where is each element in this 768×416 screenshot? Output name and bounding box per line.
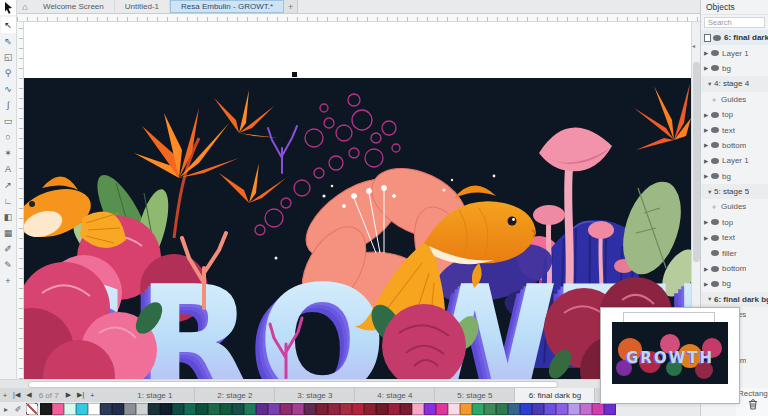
visibility-eye-icon[interactable]: [711, 65, 719, 71]
polygon-tool[interactable]: ✶: [1, 145, 16, 161]
palette-flyout-icon[interactable]: ▸: [0, 405, 12, 414]
collapse-arrow-icon[interactable]: ▼: [707, 189, 714, 195]
rectangle-tool[interactable]: ▭: [1, 113, 16, 129]
no-color-swatch[interactable]: [26, 403, 38, 415]
expand-arrow-icon[interactable]: ▶: [704, 65, 711, 71]
horizontal-scrollbar[interactable]: [0, 379, 700, 388]
zoom-tool[interactable]: ⚲: [1, 65, 16, 81]
visibility-eye-icon[interactable]: [711, 50, 719, 56]
new-document-tab-button[interactable]: +: [284, 0, 298, 13]
color-swatch-24[interactable]: [316, 403, 328, 415]
expand-arrow-icon[interactable]: ▶: [704, 158, 711, 164]
home-icon[interactable]: ⌂: [17, 0, 33, 13]
color-swatch-18[interactable]: [244, 403, 256, 415]
objects-row-layer-1[interactable]: ▶Layer 1: [701, 153, 768, 168]
color-swatch-28[interactable]: [364, 403, 376, 415]
objects-row-text[interactable]: ▶text: [701, 122, 768, 137]
active-page-row[interactable]: 6: final dark: [701, 30, 768, 45]
color-swatch-34[interactable]: [436, 403, 448, 415]
color-swatch-37[interactable]: [472, 403, 484, 415]
visibility-eye-icon[interactable]: [711, 250, 719, 256]
color-swatch-40[interactable]: [508, 403, 520, 415]
color-swatch-8[interactable]: [124, 403, 136, 415]
objects-search-input[interactable]: Search: [704, 17, 765, 28]
color-swatch-41[interactable]: [520, 403, 532, 415]
color-swatch-21[interactable]: [280, 403, 292, 415]
color-swatch-26[interactable]: [340, 403, 352, 415]
visibility-eye-icon[interactable]: [711, 281, 719, 287]
next-page-button[interactable]: ▶: [63, 388, 74, 402]
page-tab-6[interactable]: 6: final dark bg: [515, 388, 595, 402]
page-tab-2[interactable]: 2: stage 2: [195, 388, 275, 402]
expand-arrow-icon[interactable]: ▶: [704, 127, 711, 133]
color-swatch-20[interactable]: [268, 403, 280, 415]
color-swatch-47[interactable]: [592, 403, 604, 415]
objects-row-4-stage-4[interactable]: ▼4: stage 4: [701, 76, 768, 91]
color-swatch-48[interactable]: [604, 403, 616, 415]
docker-collapse-icon[interactable]: ◂: [692, 42, 695, 49]
objects-row-bottom[interactable]: ▶bottom: [701, 261, 768, 276]
color-swatch-16[interactable]: [220, 403, 232, 415]
color-swatch-38[interactable]: [484, 403, 496, 415]
collapse-arrow-icon[interactable]: ▼: [707, 81, 714, 87]
color-swatch-22[interactable]: [292, 403, 304, 415]
prev-page-button[interactable]: ◀: [23, 388, 34, 402]
visibility-eye-icon[interactable]: [711, 219, 719, 225]
color-swatch-39[interactable]: [496, 403, 508, 415]
eyedropper-tool[interactable]: ✐: [1, 241, 16, 257]
objects-row-top[interactable]: ▶top: [701, 215, 768, 230]
vertical-scrollbar-thumb[interactable]: [693, 62, 700, 262]
color-swatch-29[interactable]: [376, 403, 388, 415]
page-tab-1[interactable]: 1: stage 1: [115, 388, 195, 402]
connector-tool[interactable]: ∟: [1, 193, 16, 209]
horizontal-ruler[interactable]: [17, 14, 700, 22]
color-swatch-46[interactable]: [580, 403, 592, 415]
palette-eyedropper-icon[interactable]: ✐: [12, 405, 24, 414]
add-page-left-button[interactable]: +: [0, 388, 10, 402]
color-swatch-35[interactable]: [448, 403, 460, 415]
page-tab-3[interactable]: 3: stage 3: [275, 388, 355, 402]
collapse-arrow-icon[interactable]: ▼: [707, 296, 714, 302]
visibility-eye-icon[interactable]: [711, 112, 719, 118]
page-tab-4[interactable]: 4: stage 4: [355, 388, 435, 402]
visibility-eye-icon[interactable]: [711, 235, 719, 241]
color-swatch-27[interactable]: [352, 403, 364, 415]
color-swatch-33[interactable]: [424, 403, 436, 415]
expand-arrow-icon[interactable]: ▶: [704, 50, 711, 56]
selection-handle[interactable]: [292, 72, 297, 77]
horizontal-scrollbar-thumb[interactable]: [28, 381, 558, 388]
document-tab-2[interactable]: Untitled-1: [115, 0, 170, 13]
color-swatch-3[interactable]: [64, 403, 76, 415]
color-swatch-7[interactable]: [112, 403, 124, 415]
growth-artwork[interactable]: GROWTH GROWTH GROWTH GROWTH: [24, 78, 691, 379]
expand-arrow-icon[interactable]: ▶: [704, 173, 711, 179]
document-tab-3[interactable]: Resa Embulin - GROWT.*: [170, 0, 284, 13]
visibility-eye-icon[interactable]: [711, 266, 719, 272]
expand-arrow-icon[interactable]: ▶: [704, 112, 711, 118]
color-swatch-17[interactable]: [232, 403, 244, 415]
color-swatch-14[interactable]: [196, 403, 208, 415]
page-preview-thumbnail[interactable]: GROWTH GROWTH: [612, 322, 728, 384]
objects-row-bottom[interactable]: ▶bottom: [701, 138, 768, 153]
color-swatch-23[interactable]: [304, 403, 316, 415]
vertical-ruler[interactable]: [17, 22, 24, 379]
interactive-fill-tool[interactable]: ◧: [1, 209, 16, 225]
ellipse-tool[interactable]: ○: [1, 129, 16, 145]
color-swatch-10[interactable]: [148, 403, 160, 415]
objects-row-6-final-dark-bg[interactable]: ▼6: final dark bg: [701, 292, 768, 307]
page-preview-popup[interactable]: GROWTH GROWTH: [600, 307, 740, 404]
color-swatch-15[interactable]: [208, 403, 220, 415]
shape-tool[interactable]: ⇖: [1, 33, 16, 49]
color-swatch-19[interactable]: [256, 403, 268, 415]
objects-row-text[interactable]: ▶text: [701, 230, 768, 245]
objects-row-layer-1[interactable]: ▶Layer 1: [701, 45, 768, 60]
color-swatch-43[interactable]: [544, 403, 556, 415]
color-swatch-12[interactable]: [172, 403, 184, 415]
page-tab-5[interactable]: 5: stage 5: [435, 388, 515, 402]
visibility-eye-icon[interactable]: [711, 173, 719, 179]
expand-arrow-icon[interactable]: ▶: [704, 266, 711, 272]
objects-row-guides[interactable]: ＋Guides: [701, 199, 768, 214]
dimension-tool[interactable]: ↗: [1, 177, 16, 193]
color-swatch-6[interactable]: [100, 403, 112, 415]
pick-tool[interactable]: ↖: [1, 17, 16, 33]
